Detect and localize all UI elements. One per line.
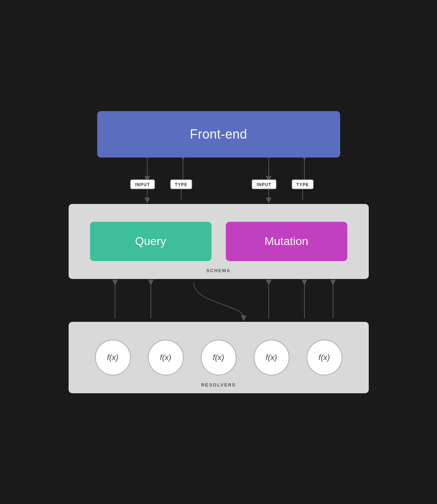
query-to-mutation-resolver	[194, 283, 244, 318]
resolver-circle-5: f(x)	[307, 340, 342, 375]
type-badge-right-text: TYPE	[296, 182, 309, 187]
mutation-half: Mutation	[226, 218, 347, 261]
resolver-label-4: f(x)	[266, 353, 277, 362]
architecture-diagram: Front-end INPUT	[58, 111, 379, 393]
input-badge-right-text: INPUT	[257, 182, 271, 187]
resolvers-box: f(x) f(x) f(x) f(x) f(x) RESOLVERS	[69, 322, 369, 393]
query-box: Query	[90, 222, 212, 261]
resolver-circle-3: f(x)	[201, 340, 237, 375]
resolver-circle-2: f(x)	[148, 340, 184, 375]
resolver-label-5: f(x)	[319, 353, 330, 362]
resolver-label-1: f(x)	[107, 353, 119, 362]
query-half: Query	[90, 218, 212, 261]
resolver-circles: f(x) f(x) f(x) f(x) f(x)	[90, 340, 347, 375]
resolver-label-2: f(x)	[160, 353, 172, 362]
mutation-box: Mutation	[226, 222, 347, 261]
middle-arrows-svg	[69, 279, 369, 322]
resolvers-label: RESOLVERS	[201, 382, 236, 388]
resolver-label-3: f(x)	[213, 353, 224, 362]
resolver-circle-4: f(x)	[254, 340, 289, 375]
schema-label: SCHEMA	[206, 268, 230, 273]
top-arrows-svg: INPUT TYPE INPUT TYPE	[69, 158, 369, 204]
input-badge-left-text: INPUT	[135, 182, 150, 187]
diagram-container: Front-end INPUT	[0, 0, 437, 504]
schema-box: Query Mutation SCHEMA	[69, 204, 369, 279]
frontend-box: Front-end	[97, 111, 340, 158]
query-label: Query	[135, 235, 166, 248]
type-badge-left-text: TYPE	[175, 182, 187, 187]
schema-inner: Query Mutation	[90, 218, 347, 261]
mutation-label: Mutation	[264, 235, 308, 248]
frontend-label: Front-end	[190, 127, 247, 142]
resolver-circle-1: f(x)	[95, 340, 131, 375]
